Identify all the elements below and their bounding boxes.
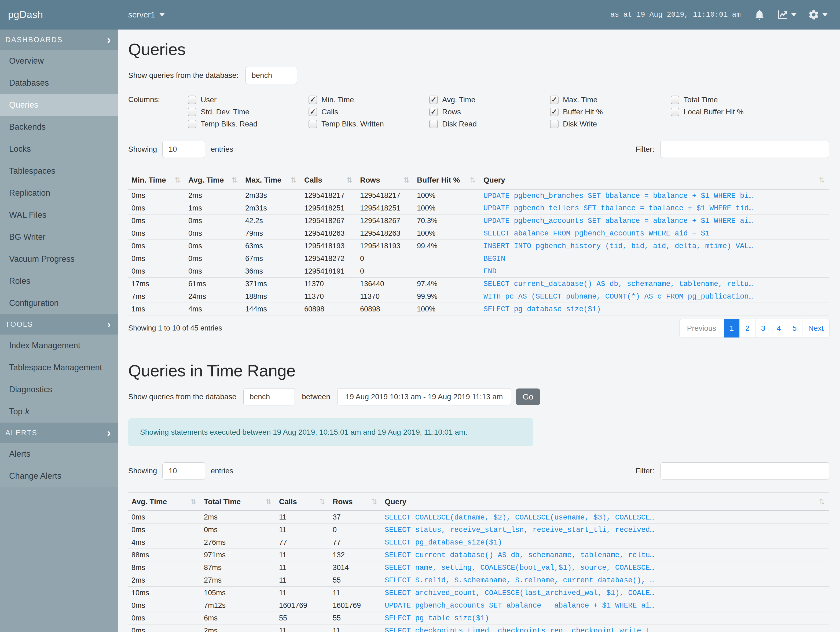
column-header-rows[interactable]: Rows [357, 171, 414, 189]
column-header-avg-time[interactable]: Avg. Time [128, 493, 201, 511]
column-header-query[interactable]: Query [480, 171, 829, 189]
sidebar-item-index-management[interactable]: Index Management [0, 334, 118, 356]
checkbox-icon[interactable] [188, 120, 196, 128]
page-size-input[interactable] [162, 141, 205, 158]
column-checkbox-local-buffer-hit[interactable]: Local Buffer Hit % [671, 106, 791, 118]
query-link[interactable]: UPDATE pgbench_accounts SET abalance = a… [385, 602, 654, 610]
filter-input[interactable] [660, 463, 829, 480]
column-header-query[interactable]: Query [382, 493, 829, 511]
pagination-page-2[interactable]: 2 [739, 319, 755, 337]
sidebar-item-alerts[interactable]: Alerts [0, 443, 118, 465]
query-link[interactable]: SELECT current_database() AS db, scheman… [385, 551, 654, 559]
sidebar-item-wal-files[interactable]: WAL Files [0, 204, 118, 226]
pagination-page-4[interactable]: 4 [771, 319, 786, 337]
sidebar-item-databases[interactable]: Databases [0, 72, 118, 94]
settings-menu-button[interactable] [808, 9, 828, 21]
query-link[interactable]: SELECT status, receive_start_lsn, receiv… [385, 526, 654, 534]
sidebar-item-backends[interactable]: Backends [0, 116, 118, 138]
query-link[interactable]: SELECT pg_database_size($1) [385, 539, 502, 546]
sidebar-item-overview[interactable]: Overview [0, 50, 118, 72]
query-link[interactable]: SELECT current_database() AS db, scheman… [483, 280, 753, 288]
column-checkbox-temp-blks-written[interactable]: Temp Blks. Written [308, 118, 429, 130]
checkbox-icon[interactable]: ✓ [550, 95, 559, 104]
sidebar-item-locks[interactable]: Locks [0, 138, 118, 160]
checkbox-icon[interactable]: ✓ [550, 108, 559, 116]
column-header-calls[interactable]: Calls [301, 171, 357, 189]
query-link[interactable]: SELECT checkpoints_timed, checkpoints_re… [385, 627, 654, 632]
column-checkbox-min-time[interactable]: ✓Min. Time [308, 94, 429, 106]
query-link[interactable]: SELECT abalance FROM pgbench_accounts WH… [483, 230, 710, 238]
sidebar-item-tablespaces[interactable]: Tablespaces [0, 160, 118, 182]
query-link[interactable]: UPDATE pgbench_tellers SET tbalance = tb… [483, 204, 753, 212]
checkbox-icon[interactable] [188, 95, 196, 104]
checkbox-icon[interactable] [308, 120, 317, 128]
go-button[interactable]: Go [516, 388, 540, 405]
column-checkbox-disk-write[interactable]: Disk Write [550, 118, 671, 130]
column-checkbox-calls[interactable]: ✓Calls [308, 106, 429, 118]
database-input[interactable] [245, 67, 297, 84]
charts-menu-button[interactable] [777, 9, 797, 21]
column-header-rows[interactable]: Rows [330, 493, 382, 511]
sidebar-item-queries[interactable]: Queries [0, 94, 118, 116]
sidebar-item-bg-writer[interactable]: BG Writer [0, 226, 118, 248]
date-range-input[interactable] [337, 388, 511, 405]
query-link[interactable]: SELECT name, setting, COALESCE(boot_val,… [385, 564, 654, 572]
column-checkbox-avg-time[interactable]: ✓Avg. Time [429, 94, 550, 106]
page-size-input[interactable] [162, 463, 205, 480]
pagination-previous[interactable]: Previous [680, 319, 724, 337]
sidebar-item-replication[interactable]: Replication [0, 182, 118, 204]
app-logo[interactable]: pgDash [0, 9, 118, 21]
column-header-calls[interactable]: Calls [276, 493, 330, 511]
sidebar-item-diagnostics[interactable]: Diagnostics [0, 379, 118, 401]
query-link[interactable]: SELECT pg_database_size($1) [483, 305, 601, 313]
query-link[interactable]: SELECT archived_count, COALESCE(last_arc… [385, 589, 654, 597]
query-link[interactable]: INSERT INTO pgbench_history (tid, bid, a… [483, 242, 753, 250]
filter-input[interactable] [660, 141, 829, 158]
sidebar-item-change-alerts[interactable]: Change Alerts [0, 465, 118, 487]
sidebar-item-vacuum-progress[interactable]: Vacuum Progress [0, 248, 118, 270]
database-input[interactable] [243, 388, 295, 405]
pagination-page-5[interactable]: 5 [786, 319, 802, 337]
query-link[interactable]: WITH pc AS (SELECT pubname, COUNT(*) AS … [483, 293, 753, 301]
sidebar-section-tools[interactable]: TOOLS › [0, 314, 118, 334]
column-checkbox-disk-read[interactable]: Disk Read [429, 118, 550, 130]
column-header-max-time[interactable]: Max. Time [242, 171, 301, 189]
query-link[interactable]: SELECT S.relid, S.schemaname, S.relname,… [385, 577, 654, 584]
column-header-buffer-hit[interactable]: Buffer Hit % [414, 171, 480, 189]
query-link[interactable]: UPDATE pgbench_accounts SET abalance = a… [483, 217, 753, 225]
checkbox-icon[interactable] [671, 95, 679, 104]
query-link[interactable]: UPDATE pgbench_branches SET bbalance = b… [483, 192, 753, 200]
query-link[interactable]: SELECT pg_table_size($1) [385, 614, 489, 622]
checkbox-icon[interactable] [550, 120, 559, 128]
query-link[interactable]: END [483, 268, 497, 276]
column-checkbox-user[interactable]: User [188, 94, 308, 106]
column-header-total-time[interactable]: Total Time [201, 493, 276, 511]
sidebar-section-dashboards[interactable]: DASHBOARDS › [0, 30, 118, 50]
checkbox-icon[interactable] [188, 108, 196, 116]
checkbox-icon[interactable]: ✓ [429, 108, 438, 116]
column-checkbox-std-dev-time[interactable]: Std. Dev. Time [188, 106, 308, 118]
sidebar-item-configuration[interactable]: Configuration [0, 292, 118, 314]
column-header-avg-time[interactable]: Avg. Time [185, 171, 242, 189]
column-checkbox-temp-blks-read[interactable]: Temp Blks. Read [188, 118, 308, 130]
query-link[interactable]: SELECT COALESCE(datname, $2), COALESCE(u… [385, 513, 654, 522]
checkbox-icon[interactable] [429, 120, 438, 128]
checkbox-icon[interactable] [671, 108, 679, 116]
column-checkbox-max-time[interactable]: ✓Max. Time [550, 94, 671, 106]
server-selector[interactable]: server1 [128, 10, 165, 19]
column-checkbox-buffer-hit[interactable]: ✓Buffer Hit % [550, 106, 671, 118]
sidebar-item-tablespace-management[interactable]: Tablespace Management [0, 356, 118, 379]
checkbox-icon[interactable]: ✓ [308, 95, 317, 104]
column-checkbox-rows[interactable]: ✓Rows [429, 106, 550, 118]
pagination-page-1[interactable]: 1 [724, 319, 740, 337]
pagination-next[interactable]: Next [802, 319, 829, 337]
query-link[interactable]: BEGIN [483, 255, 505, 263]
sidebar-item-top-k[interactable]: Top k [0, 401, 118, 423]
pagination-page-3[interactable]: 3 [755, 319, 771, 337]
column-checkbox-total-time[interactable]: Total Time [671, 94, 791, 106]
sidebar-section-alerts[interactable]: ALERTS › [0, 423, 118, 443]
sidebar-item-roles[interactable]: Roles [0, 270, 118, 292]
notifications-button[interactable] [754, 9, 766, 21]
checkbox-icon[interactable]: ✓ [429, 95, 438, 104]
checkbox-icon[interactable]: ✓ [308, 108, 317, 116]
